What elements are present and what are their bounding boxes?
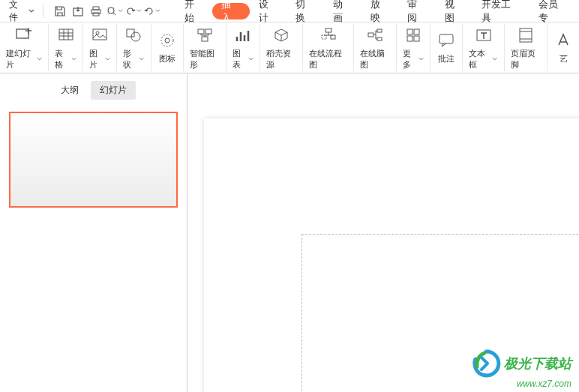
watermark-url: www.xz7.com — [517, 379, 572, 389]
redo-icon[interactable] — [143, 5, 160, 17]
tab-transition[interactable]: 切换 — [286, 0, 324, 22]
svg-rect-25 — [407, 36, 412, 41]
mindmap-icon — [365, 25, 385, 45]
svg-rect-23 — [407, 29, 412, 34]
ribbon-headerfooter[interactable]: 页眉页脚 — [505, 24, 548, 71]
svg-rect-21 — [377, 29, 382, 32]
svg-rect-14 — [198, 29, 204, 34]
smartart-icon — [195, 25, 214, 45]
comment-icon — [436, 31, 456, 50]
chevron-down-icon — [155, 8, 160, 13]
chevron-down-icon — [248, 56, 254, 62]
chevron-down-icon — [37, 56, 42, 62]
svg-rect-1 — [93, 7, 99, 10]
file-menu-label: 文件 — [9, 0, 27, 24]
textbox-icon — [474, 25, 494, 45]
docer-icon — [272, 25, 291, 45]
ribbon-table[interactable]: 表格 — [49, 24, 82, 71]
ribbon-new-slide[interactable]: 建幻灯片 — [0, 24, 49, 71]
panel-tab-slides[interactable]: 幻灯片 — [91, 81, 136, 100]
file-menu[interactable]: 文件 — [3, 0, 40, 22]
ribbon-textbox[interactable]: 文本框 — [463, 24, 504, 71]
tab-slideshow[interactable]: 放映 — [362, 0, 399, 22]
slide-panel: 大纲 幻灯片 — [0, 73, 188, 392]
chevron-down-icon — [118, 8, 123, 13]
svg-point-12 — [161, 34, 173, 46]
tab-animation[interactable]: 动画 — [324, 0, 362, 22]
svg-rect-18 — [322, 35, 326, 39]
print-icon[interactable] — [88, 3, 104, 19]
svg-rect-22 — [377, 37, 382, 40]
new-slide-icon — [14, 25, 34, 45]
slide-thumbnail-1[interactable] — [9, 112, 178, 208]
export-icon[interactable] — [70, 3, 86, 19]
tab-devtools[interactable]: 开发工具 — [472, 0, 529, 22]
chevron-down-icon — [28, 8, 34, 14]
svg-point-4 — [108, 7, 114, 13]
icon-lib-icon — [158, 31, 177, 50]
headerfooter-icon — [516, 25, 536, 45]
picture-icon — [90, 25, 110, 45]
ribbon-more[interactable]: 更多 — [397, 24, 430, 71]
shape-icon — [124, 25, 143, 45]
table-icon — [56, 25, 76, 45]
svg-rect-29 — [520, 28, 532, 42]
ribbon-smartart[interactable]: 智能图形 — [184, 24, 226, 71]
chart-icon — [233, 25, 253, 45]
watermark: 极光下载站 www.xz7.com — [471, 349, 572, 389]
svg-point-9 — [96, 31, 99, 34]
chevron-down-icon — [105, 56, 110, 62]
svg-rect-7 — [59, 29, 73, 40]
tab-start[interactable]: 开始 — [176, 0, 213, 22]
wordart-icon — [554, 31, 573, 50]
tab-review[interactable]: 审阅 — [398, 0, 436, 22]
svg-rect-24 — [414, 29, 419, 34]
panel-tab-outline[interactable]: 大纲 — [52, 81, 88, 100]
chevron-down-icon — [136, 8, 142, 13]
canvas-area[interactable] — [188, 73, 579, 392]
print-preview-icon[interactable] — [106, 5, 123, 17]
tab-view[interactable]: 视图 — [436, 0, 473, 22]
ribbon-picture[interactable]: 图片 — [83, 24, 117, 71]
tab-insert[interactable]: 插入 — [212, 3, 250, 19]
chevron-down-icon — [418, 56, 424, 62]
watermark-site-name: 极光下载站 — [504, 355, 572, 373]
chevron-down-icon — [492, 56, 497, 62]
svg-rect-19 — [331, 35, 335, 39]
more-icon — [404, 25, 423, 45]
ribbon-icon-btn[interactable]: 图标 — [152, 24, 184, 71]
chevron-down-icon — [71, 56, 76, 62]
save-icon[interactable] — [52, 3, 68, 19]
ribbon-mindmap[interactable]: 在线脑图 — [354, 24, 397, 71]
flowchart-icon — [319, 25, 338, 45]
svg-rect-15 — [206, 29, 212, 34]
svg-rect-26 — [414, 36, 419, 41]
tab-member[interactable]: 会员专 — [530, 0, 576, 22]
svg-point-13 — [165, 38, 170, 43]
ribbon-flowchart[interactable]: 在线流程图 — [303, 24, 353, 71]
ribbon-chart[interactable]: 图表 — [226, 24, 260, 71]
ribbon-comment[interactable]: 批注 — [430, 24, 463, 71]
ribbon-shape[interactable]: 形状 — [117, 24, 151, 71]
svg-rect-16 — [202, 37, 208, 41]
watermark-logo-icon — [471, 349, 501, 379]
undo-icon[interactable] — [124, 5, 142, 17]
svg-rect-20 — [368, 33, 374, 37]
svg-rect-27 — [440, 34, 453, 43]
chevron-down-icon — [139, 56, 144, 62]
tab-design[interactable]: 设计 — [250, 0, 287, 22]
svg-rect-8 — [93, 29, 106, 40]
ribbon-art[interactable]: 艺 — [548, 24, 579, 71]
svg-rect-17 — [326, 28, 332, 32]
ribbon-docer[interactable]: 稻壳资源 — [260, 24, 303, 71]
